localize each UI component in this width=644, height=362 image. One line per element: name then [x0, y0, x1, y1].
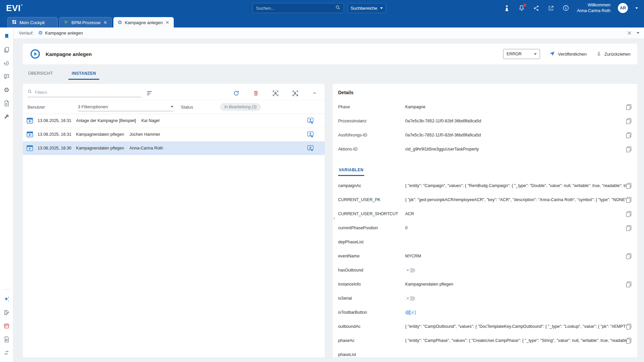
- withdraw-button[interactable]: Zurückziehen: [596, 51, 631, 57]
- status-filter-chip[interactable]: In Bearbeitung (3): [220, 103, 261, 111]
- edit-note-icon[interactable]: [0, 306, 13, 319]
- search-input[interactable]: [256, 6, 335, 11]
- column-benutzer: Benutzer: [28, 105, 78, 110]
- collapse-panel-icon[interactable]: [333, 214, 337, 223]
- refresh-icon[interactable]: [233, 90, 239, 97]
- assigned-user-icon[interactable]: [307, 117, 314, 124]
- publish-button[interactable]: Veröffentlichen: [549, 51, 587, 57]
- toggle-switch[interactable]: [405, 296, 415, 301]
- variable-value: { "entity": "CampPhase", "values": { "Cr…: [405, 338, 626, 343]
- variable-name: campaignAc: [338, 183, 405, 188]
- notifications-bell-icon[interactable]: [518, 4, 525, 12]
- variable-row: isToolbarButton: [338, 305, 631, 319]
- variable-row: CURRENT_USER_SHORTCUT ACR: [338, 207, 631, 221]
- instance-task: Kampagnendaten pflegen: [76, 132, 124, 137]
- global-search-group: Suchbereiche: [253, 3, 386, 13]
- history-chip-label: Kampagne anlegen: [45, 31, 83, 36]
- variable-name: phaseAc: [338, 338, 405, 343]
- collapse-toolbar-icon[interactable]: [312, 90, 317, 96]
- instances-list-header: Benutzer 3 Filteroptionen Status In Bear…: [23, 100, 325, 114]
- copy-icon[interactable]: [626, 118, 631, 124]
- variable-row: instanceInfo Kampagnendaten pflegen: [338, 277, 631, 291]
- tab-instanzen[interactable]: INSTANZEN: [68, 71, 99, 80]
- copy-icon[interactable]: [626, 132, 631, 138]
- app-logo[interactable]: EVI°: [6, 3, 23, 13]
- assistant-icon[interactable]: [503, 4, 511, 12]
- field-label: Prozessinstanz: [338, 119, 405, 123]
- search-icon[interactable]: [335, 5, 340, 11]
- copy-icon[interactable]: [626, 225, 631, 231]
- document-gear-icon[interactable]: [0, 333, 13, 346]
- publish-icon: [549, 51, 555, 57]
- history-label: Verlauf:: [19, 31, 34, 36]
- instance-row[interactable]: 13.08.2025, 16:31 Kampagnendaten pflegen…: [23, 128, 325, 141]
- field-label: Ausführungs-ID: [338, 133, 405, 137]
- copy-icon[interactable]: [626, 282, 631, 287]
- feedback-icon[interactable]: [0, 70, 13, 83]
- assigned-user-icon[interactable]: [307, 131, 314, 138]
- copy-icon[interactable]: [626, 253, 631, 259]
- close-history-icon[interactable]: [627, 31, 632, 36]
- tab-mein-cockpit[interactable]: Mein Cockpit: [7, 17, 58, 27]
- assigned-user-icon[interactable]: [307, 145, 314, 152]
- instance-row-selected[interactable]: 13.08.2025, 16:30 Kampagnendaten pflegen…: [23, 141, 325, 155]
- instance-row[interactable]: 13.08.2025, 16:31 Anlage der Kampagne [B…: [23, 114, 325, 128]
- delete-icon[interactable]: [253, 90, 259, 96]
- copy-icon[interactable]: [626, 197, 631, 203]
- instance-user: Jochen Hammer: [129, 132, 160, 137]
- filter-options-select[interactable]: 3 Filteroptionen: [78, 103, 173, 111]
- variable-name: CURRENT_USER_SHORTCUT: [338, 212, 405, 216]
- toggle-switch[interactable]: [405, 310, 415, 315]
- calendar-icon[interactable]: [0, 319, 13, 333]
- field-label: Aktions-ID: [338, 147, 405, 152]
- avatar[interactable]: AR: [618, 3, 628, 13]
- history-menu-chevron-icon[interactable]: [637, 32, 639, 34]
- wrench-icon[interactable]: [0, 110, 13, 123]
- copy-icon[interactable]: [626, 211, 631, 217]
- tab-variablen[interactable]: VARIABLEN: [338, 168, 364, 176]
- variable-value: ACR: [405, 212, 626, 216]
- copy-icon[interactable]: [626, 183, 631, 189]
- variable-row: eventName MYCRM: [338, 249, 631, 263]
- topbar: EVI° Suchbereiche Wi: [0, 0, 644, 16]
- tab-uebersicht[interactable]: ÜBERSICHT: [25, 71, 56, 80]
- spreadsheet-icon[interactable]: [0, 97, 13, 110]
- open-external-icon[interactable]: [547, 4, 555, 12]
- sidebar: [0, 27, 13, 362]
- status-select[interactable]: ERROR: [503, 49, 540, 59]
- tab-close-icon[interactable]: [165, 20, 169, 24]
- sort-icon[interactable]: [147, 91, 152, 95]
- bookmark-icon[interactable]: [0, 29, 13, 43]
- publish-label: Veröffentlichen: [558, 52, 587, 57]
- history-icon[interactable]: [0, 56, 13, 70]
- share-icon[interactable]: [533, 4, 540, 12]
- settings-gear-icon[interactable]: [0, 83, 13, 97]
- magic-star-icon[interactable]: [0, 292, 13, 306]
- user-scan-release-icon[interactable]: [292, 90, 299, 97]
- search-scope-select[interactable]: Suchbereiche: [347, 3, 386, 13]
- tab-close-icon[interactable]: [103, 20, 107, 24]
- copy-icon[interactable]: [626, 146, 631, 152]
- copy-icon[interactable]: [626, 338, 631, 344]
- user-menu-chevron-icon[interactable]: [635, 7, 638, 9]
- variable-row: currentPhasePosition 0: [338, 221, 631, 235]
- tab-kampagne-anlegen[interactable]: Kampagne anlegen: [113, 17, 174, 27]
- instance-user: Anna-Carina Roth: [129, 146, 163, 150]
- copy-icon[interactable]: [626, 324, 631, 329]
- tab-label: BPM-Prozesse: [71, 20, 101, 25]
- variable-value: 0: [405, 226, 626, 230]
- toggle-switch[interactable]: [405, 268, 415, 273]
- info-icon[interactable]: [562, 4, 570, 12]
- field-value: 0a7e5c3b-7852-11f0-82bf-36bd9fa9ca5d: [405, 119, 626, 123]
- detail-field-row: Phase Kampagne: [338, 100, 631, 114]
- user-scan-icon[interactable]: [272, 90, 279, 97]
- detail-field-row: Ausführungs-ID 0a7e5c3c-7852-11f0-82bf-3…: [338, 128, 631, 142]
- history-chip[interactable]: Kampagne anlegen: [38, 31, 83, 36]
- tab-bpm-prozesse[interactable]: BPM-Prozesse: [59, 17, 112, 27]
- pages-icon[interactable]: [0, 43, 13, 56]
- filter-input[interactable]: [35, 90, 142, 95]
- details-panel: Details Phase Kampagne Prozessinstanz 0a…: [333, 84, 637, 357]
- sync-icon[interactable]: [0, 346, 13, 359]
- variable-row: hasOutbound: [338, 263, 631, 277]
- copy-icon[interactable]: [626, 104, 631, 110]
